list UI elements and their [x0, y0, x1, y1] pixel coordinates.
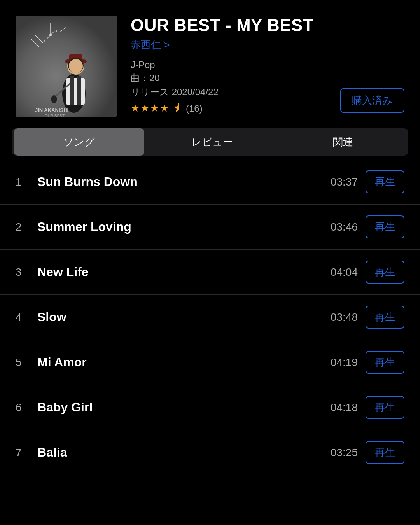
song-duration: 04:04: [319, 266, 358, 278]
buy-button[interactable]: 購入済み: [340, 88, 404, 113]
play-button[interactable]: 再生: [366, 351, 404, 374]
play-button[interactable]: 再生: [366, 441, 404, 464]
song-title: Summer Loving: [37, 220, 311, 234]
song-number: 5: [16, 356, 30, 369]
artist-name[interactable]: 赤西仁: [131, 38, 326, 52]
album-art: JIN AKANISHI OUR BEST: [16, 16, 117, 117]
tab-reviews[interactable]: レビュー: [147, 128, 277, 156]
song-title: New Life: [37, 265, 311, 279]
svg-point-16: [69, 59, 83, 73]
play-button[interactable]: 再生: [366, 306, 404, 329]
svg-rect-17: [66, 78, 85, 105]
svg-point-8: [49, 34, 52, 36]
track-count: 曲：20: [131, 72, 326, 84]
songs-list: 1 Sun Burns Down 03:37 再生 2 Summer Lovin…: [0, 159, 420, 475]
table-row: 1 Sun Burns Down 03:37 再生: [0, 159, 420, 205]
svg-point-9: [44, 40, 46, 42]
song-title: Balia: [37, 445, 311, 460]
app-container: JIN AKANISHI OUR BEST OUR BEST - MY BEST…: [0, 0, 420, 475]
table-row: 6 Baby Girl 04:18 再生: [0, 385, 420, 430]
play-button[interactable]: 再生: [366, 215, 404, 238]
purchase-section: 購入済み: [340, 57, 404, 117]
play-button[interactable]: 再生: [366, 261, 404, 284]
svg-rect-18: [70, 76, 74, 105]
album-info: OUR BEST - MY BEST 赤西仁 J-Pop 曲：20 リリース 2…: [131, 16, 326, 114]
tab-related[interactable]: 関連: [278, 128, 408, 156]
song-title: Sun Burns Down: [37, 175, 311, 189]
svg-text:OUR BEST: OUR BEST: [45, 114, 65, 117]
song-duration: 03:48: [319, 311, 358, 324]
table-row: 2 Summer Loving 03:46 再生: [0, 205, 420, 250]
svg-text:JIN AKANISHI: JIN AKANISHI: [35, 107, 68, 113]
table-row: 4 Slow 03:48 再生: [0, 295, 420, 340]
review-count: (16): [186, 103, 203, 114]
table-row: 3 New Life 04:04 再生: [0, 250, 420, 295]
svg-rect-21: [51, 95, 57, 103]
song-duration: 03:37: [319, 176, 358, 188]
song-title: Slow: [37, 310, 311, 324]
song-number: 7: [16, 446, 30, 459]
svg-point-10: [56, 30, 57, 32]
star-icons: ★★★★: [131, 102, 170, 114]
svg-rect-19: [77, 76, 81, 105]
play-button[interactable]: 再生: [366, 170, 404, 193]
song-title: Mi Amor: [37, 355, 311, 369]
genre-label: J-Pop: [131, 60, 326, 70]
half-star-icon: ⯨: [173, 102, 183, 114]
song-title: Baby Girl: [37, 400, 311, 415]
table-row: 7 Balia 03:25 再生: [0, 430, 420, 475]
tabs-bar: ソング レビュー 関連: [12, 128, 408, 156]
song-number: 6: [16, 401, 30, 414]
song-duration: 04:19: [319, 356, 358, 369]
song-number: 1: [16, 176, 30, 188]
play-button[interactable]: 再生: [366, 396, 404, 419]
release-date: リリース 2020/04/22: [131, 86, 326, 98]
song-number: 4: [16, 311, 30, 324]
album-header: JIN AKANISHI OUR BEST OUR BEST - MY BEST…: [0, 0, 420, 128]
song-duration: 03:46: [319, 221, 358, 233]
song-duration: 04:18: [319, 401, 358, 414]
album-title: OUR BEST - MY BEST: [131, 16, 326, 35]
rating-row: ★★★★⯨ (16): [131, 102, 326, 114]
tab-songs[interactable]: ソング: [14, 128, 144, 156]
song-duration: 03:25: [319, 446, 358, 459]
song-number: 2: [16, 221, 30, 233]
table-row: 5 Mi Amor 04:19 再生: [0, 340, 420, 385]
song-number: 3: [16, 266, 30, 278]
